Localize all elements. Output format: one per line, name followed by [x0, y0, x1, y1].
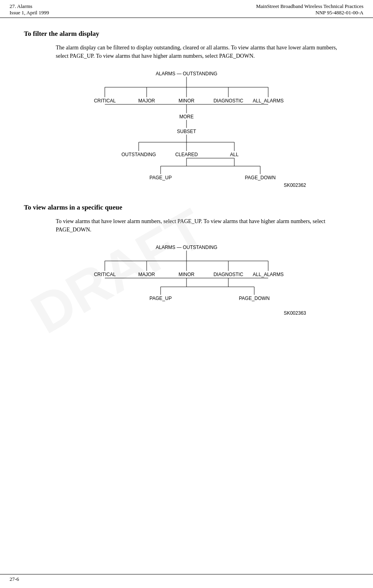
- diag1-minor: MINOR: [179, 98, 194, 104]
- footer-page-number: 27-6: [10, 576, 19, 582]
- diag2-page-up: PAGE_UP: [149, 296, 172, 301]
- diagram1: ALARMS — OUTSTANDING CRITICAL MAJOR MINO…: [63, 67, 310, 192]
- diagram2-svg: ALARMS — OUTSTANDING CRITICAL MAJOR MINO…: [63, 241, 310, 321]
- diag2-alarms-outstanding: ALARMS — OUTSTANDING: [156, 245, 217, 250]
- page-footer: 27-6: [0, 574, 373, 584]
- section1-body: The alarm display can be filtered to dis…: [56, 43, 349, 60]
- section2-body: To view alarms that have lower alarm num…: [56, 217, 349, 234]
- section1-title: To filter the alarm display: [24, 30, 349, 38]
- diag2-all-alarms: ALL_ALARMS: [253, 272, 283, 277]
- diag1-subset: SUBSET: [177, 129, 196, 134]
- diag1-more: MORE: [179, 114, 194, 120]
- section-filter-alarm: To filter the alarm display The alarm di…: [24, 30, 349, 192]
- diag1-major: MAJOR: [138, 98, 155, 104]
- diag1-page-up: PAGE_UP: [149, 175, 172, 180]
- diag1-all-alarms: ALL_ALARMS: [253, 98, 283, 104]
- diag2-sk: SK002363: [284, 310, 306, 316]
- diag1-outstanding: OUTSTANDING: [122, 152, 156, 157]
- header-left: 27. Alarms Issue 1, April 1999: [10, 3, 49, 16]
- diag1-alarms-outstanding: ALARMS — OUTSTANDING: [156, 71, 217, 76]
- page-header: 27. Alarms Issue 1, April 1999 MainStree…: [0, 0, 373, 18]
- header-right: MainStreet Broadband Wireless Technical …: [256, 3, 363, 16]
- diag2-minor: MINOR: [179, 272, 194, 277]
- diag1-page-down: PAGE_DOWN: [245, 175, 275, 180]
- section2-title: To view alarms in a specific queue: [24, 204, 349, 212]
- diagram2: ALARMS — OUTSTANDING CRITICAL MAJOR MINO…: [63, 241, 310, 322]
- diag1-critical: CRITICAL: [94, 98, 116, 104]
- diag1-all: ALL: [230, 152, 239, 157]
- diag2-major: MAJOR: [138, 272, 155, 277]
- diag1-cleared: CLEARED: [175, 152, 198, 157]
- diag2-diagnostic: DIAGNOSTIC: [214, 272, 243, 277]
- section-view-queue: To view alarms in a specific queue To vi…: [24, 204, 349, 322]
- main-content: To filter the alarm display The alarm di…: [0, 18, 373, 334]
- diag1-diagnostic: DIAGNOSTIC: [214, 98, 243, 104]
- diag2-page-down: PAGE_DOWN: [239, 296, 269, 301]
- diagram1-svg: ALARMS — OUTSTANDING CRITICAL MAJOR MINO…: [63, 67, 310, 191]
- diag1-sk: SK002362: [284, 182, 306, 188]
- diag2-critical: CRITICAL: [94, 272, 116, 277]
